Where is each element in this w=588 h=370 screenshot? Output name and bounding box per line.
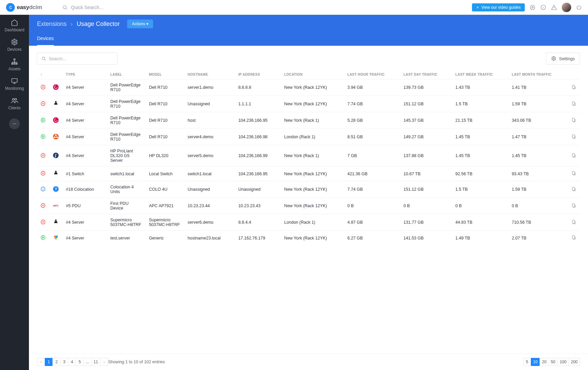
row-action-icon[interactable] xyxy=(571,186,577,192)
sidebar-item-assets[interactable]: Assets xyxy=(8,58,21,71)
page-button[interactable]: ‹ xyxy=(37,358,45,366)
sort-arrow-icon[interactable]: ↑ xyxy=(37,70,49,79)
sidebar-item-monitoring[interactable]: Monitoring xyxy=(5,77,24,91)
cell-month: 1.41 TB xyxy=(508,79,568,96)
status-icon xyxy=(40,235,46,240)
column-header[interactable]: LAST WEEK TRAFFIC xyxy=(452,70,509,79)
table-row[interactable]: #4 Servertest.serverGenerichostname23.lo… xyxy=(37,231,580,246)
table-row[interactable]: #4 ServerDell PowerEdge R710Dell R710Una… xyxy=(37,96,580,112)
table-row[interactable]: ?#18 ColocationColocation 4 UnitsCOLO 4U… xyxy=(37,181,580,198)
info-icon[interactable] xyxy=(540,4,546,10)
column-header[interactable]: LOCATION xyxy=(281,70,344,79)
quick-search[interactable] xyxy=(62,5,145,10)
page-button[interactable]: 1 xyxy=(45,358,53,366)
user-avatar[interactable] xyxy=(562,3,571,12)
row-action-icon[interactable] xyxy=(571,117,577,123)
power-icon[interactable] xyxy=(576,4,582,10)
table-row[interactable]: #1 Switchswitch1.localLocal Switchswitch… xyxy=(37,166,580,181)
page-button[interactable]: 4 xyxy=(68,358,76,366)
svg-point-31 xyxy=(57,137,58,138)
breadcrumb-root[interactable]: Extensions xyxy=(37,21,67,28)
row-action-icon[interactable] xyxy=(571,219,577,225)
column-header[interactable]: LABEL xyxy=(107,70,146,79)
page-size-button[interactable]: 50 xyxy=(549,358,558,366)
cell-hour: 7 GB xyxy=(344,145,400,166)
svg-point-21 xyxy=(56,102,57,103)
page-size-button[interactable]: 200 xyxy=(568,358,580,366)
svg-rect-25 xyxy=(572,118,575,121)
row-action-icon[interactable] xyxy=(571,153,577,158)
column-header[interactable]: IP ADDRESS xyxy=(235,70,281,79)
entries-text: Showing 1 to 10 of 102 entries xyxy=(108,360,165,364)
svg-rect-4 xyxy=(14,59,15,60)
sidebar-item-devices[interactable]: Devices xyxy=(7,38,22,52)
cell-hostname: hostname23.local xyxy=(184,231,235,246)
page-size-button[interactable]: 10 xyxy=(531,358,540,366)
column-header[interactable]: MODEL xyxy=(146,70,184,79)
cell-type: #18 Colocation xyxy=(63,181,107,198)
table-row[interactable]: #4 ServerSupermicro 5037MC-H8TRFSupermic… xyxy=(37,214,580,231)
column-header[interactable] xyxy=(49,70,63,79)
sidebar-item-clients[interactable]: Clients xyxy=(8,97,21,110)
cell-hostname: server5.demo xyxy=(184,145,235,166)
page-size-selector: 5102050100200 xyxy=(523,358,580,366)
row-action-icon[interactable] xyxy=(571,203,577,208)
page-button[interactable]: ... xyxy=(83,358,91,366)
column-header[interactable]: TYPE xyxy=(63,70,107,79)
page-button[interactable]: › xyxy=(100,358,108,366)
svg-point-17 xyxy=(53,84,59,90)
row-action-icon[interactable] xyxy=(571,235,577,240)
svg-point-51 xyxy=(41,235,45,239)
table-search-input[interactable] xyxy=(49,56,113,61)
gear-icon xyxy=(551,56,556,61)
actions-button[interactable]: Actions ▾ xyxy=(127,20,153,28)
table-settings-button[interactable]: Settings xyxy=(546,52,580,65)
row-action-icon[interactable] xyxy=(571,171,577,176)
sidebar-more-button[interactable] xyxy=(9,118,20,129)
cell-model: APC AP7921 xyxy=(146,198,184,214)
page-size-button[interactable]: 20 xyxy=(540,358,549,366)
tab-devices[interactable]: Devices xyxy=(37,36,54,46)
table-search[interactable] xyxy=(37,52,118,65)
table-row[interactable]: #4 ServerHP ProLiant DL320 G5 ServerHP D… xyxy=(37,145,580,166)
page-size-button[interactable]: 100 xyxy=(557,358,569,366)
alert-icon[interactable] xyxy=(551,4,557,10)
page-button[interactable]: 3 xyxy=(60,358,68,366)
svg-point-26 xyxy=(41,135,45,139)
cell-hostname: Unassigned xyxy=(184,96,235,112)
cell-model: Generic xyxy=(146,231,184,246)
page-button[interactable]: 11 xyxy=(91,358,100,366)
cell-type: #4 Server xyxy=(63,231,107,246)
page-size-button[interactable]: 5 xyxy=(523,358,531,366)
svg-rect-5 xyxy=(12,63,13,65)
quick-search-input[interactable] xyxy=(71,5,145,10)
video-guides-button[interactable]: View our video guides xyxy=(472,3,525,11)
cell-type: #4 Server xyxy=(63,129,107,145)
status-icon xyxy=(40,186,46,192)
page-button[interactable]: 5 xyxy=(76,358,84,366)
cell-type: #4 Server xyxy=(63,145,107,166)
svg-point-30 xyxy=(53,137,54,138)
cell-label: Supermicro 5037MC-H8TRF xyxy=(107,214,146,231)
svg-point-49 xyxy=(56,220,57,221)
table-row[interactable]: APC#5 PDUFirst PDU DeviceAPC AP792110.23… xyxy=(37,198,580,214)
cell-hour: 7.74 GB xyxy=(344,96,400,112)
column-header[interactable] xyxy=(568,70,580,79)
svg-point-48 xyxy=(55,220,56,221)
column-header[interactable]: HOSTNAME xyxy=(184,70,235,79)
cell-ip: 104.236.166.95 xyxy=(235,112,281,129)
row-action-icon[interactable] xyxy=(571,134,577,139)
column-header[interactable]: LAST MONTH TRAFFIC xyxy=(508,70,568,79)
row-action-icon[interactable] xyxy=(571,101,577,106)
column-header[interactable]: LAST DAY TRAFFIC xyxy=(400,70,452,79)
row-action-icon[interactable] xyxy=(571,84,577,90)
table-row[interactable]: #4 ServerDell PowerEdge R710Dell R710ser… xyxy=(37,129,580,145)
brand-logo[interactable]: easydcim xyxy=(6,3,42,12)
column-header[interactable]: LAST HOUR TRAFFIC xyxy=(344,70,400,79)
play-icon[interactable] xyxy=(529,4,536,10)
table-row[interactable]: #4 ServerDell PowerEdge R710Dell R710hos… xyxy=(37,112,580,129)
cell-day: 151.12 GB xyxy=(400,181,452,198)
table-row[interactable]: #4 ServerDell PowerEdge R710Dell R710ser… xyxy=(37,79,580,96)
sidebar-item-dashboard[interactable]: Dashboard xyxy=(5,19,25,32)
page-button[interactable]: 2 xyxy=(52,358,61,366)
